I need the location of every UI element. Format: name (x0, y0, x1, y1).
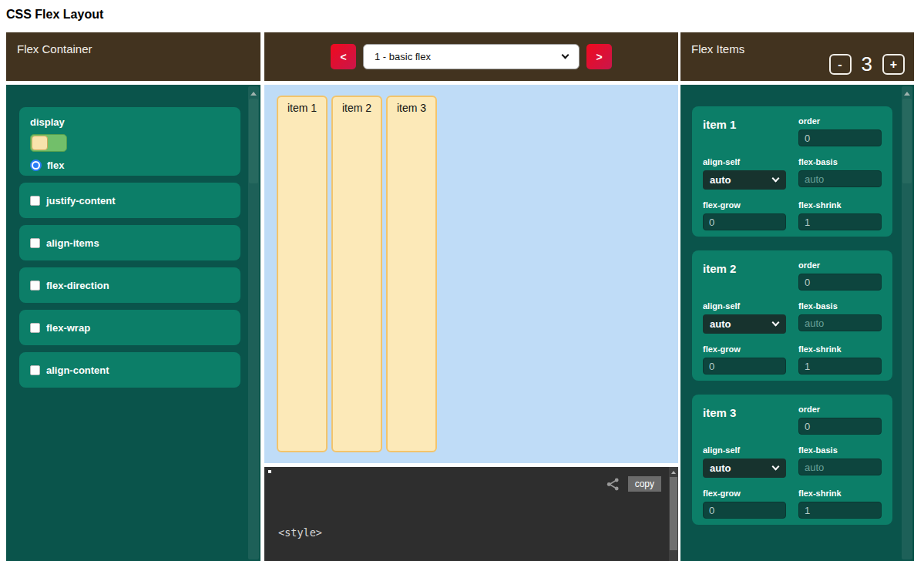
flex-items-panel: Flex Items - 3 + item 1 order align-self (680, 32, 914, 561)
flex-item-card: item 3 order align-self auto flex-basis (692, 395, 892, 525)
flex-radio-button[interactable] (30, 160, 42, 171)
flex-shrink-input[interactable] (798, 502, 882, 519)
flex-wrap-checkbox[interactable] (30, 323, 40, 333)
flex-preview-canvas: item 1 item 2 item 3 (264, 85, 678, 463)
copy-code-button[interactable]: copy (628, 476, 661, 492)
scroll-up-icon[interactable] (669, 469, 678, 476)
align-self-select[interactable]: auto (703, 459, 786, 478)
order-input[interactable] (798, 274, 882, 291)
flex-item-card: item 1 order align-self auto flex-basis (692, 106, 892, 237)
flex-basis-input[interactable] (798, 314, 882, 331)
chevron-down-icon (772, 319, 780, 327)
display-property-card: display flex (19, 107, 240, 176)
flex-shrink-label: flex-shrink (798, 489, 882, 498)
flex-shrink-label: flex-shrink (798, 344, 882, 354)
justify-content-label: justify-content (46, 195, 116, 207)
preview-item: item 1 (277, 96, 328, 452)
app-root: CSS Flex Layout Flex Container display f… (0, 0, 924, 561)
code-cursor-dot (268, 470, 271, 473)
display-label: display (30, 116, 230, 128)
flex-direction-card[interactable]: flex-direction (19, 267, 240, 303)
chevron-down-icon (772, 463, 780, 471)
flex-grow-label: flex-grow (703, 489, 786, 498)
flex-shrink-label: flex-shrink (798, 200, 882, 210)
example-select[interactable]: 1 - basic flex (363, 44, 580, 69)
align-content-card[interactable]: align-content (19, 352, 240, 388)
code-line: <style> (278, 526, 397, 540)
align-self-label: align-self (703, 445, 786, 455)
flex-basis-label: flex-basis (798, 445, 882, 455)
align-self-select[interactable]: auto (703, 170, 786, 190)
order-label: order (798, 116, 882, 126)
justify-content-checkbox[interactable] (30, 196, 40, 206)
flex-items-header: Flex Items - 3 + (680, 32, 914, 81)
align-self-select[interactable]: auto (703, 314, 786, 334)
justify-content-card[interactable]: justify-content (19, 183, 240, 218)
flex-basis-input[interactable] (798, 459, 882, 475)
item-card-title: item 2 (703, 260, 786, 291)
align-content-label: align-content (46, 364, 109, 376)
display-toggle-knob (32, 136, 48, 150)
chevron-down-icon (562, 52, 570, 59)
align-self-value: auto (710, 174, 731, 186)
flex-grow-input[interactable] (703, 213, 786, 230)
flex-container-title: Flex Container (17, 42, 92, 55)
flex-grow-label: flex-grow (703, 344, 786, 354)
order-input[interactable] (798, 129, 882, 146)
align-self-label: align-self (703, 301, 786, 311)
code-scrollbar[interactable] (669, 467, 678, 561)
right-panel-scrollbar[interactable] (902, 86, 912, 559)
flex-container-panel: Flex Container display flex justify-cont… (6, 32, 260, 561)
item-count-control: - 3 + (829, 52, 905, 76)
flex-container-body: display flex justify-content align-items (6, 85, 260, 561)
align-content-checkbox[interactable] (30, 365, 40, 375)
prev-example-button[interactable]: < (331, 44, 356, 69)
code-scrollbar-thumb[interactable] (670, 477, 677, 550)
left-panel-scrollbar[interactable] (248, 86, 259, 559)
item-count-value: 3 (862, 52, 872, 76)
flex-basis-input[interactable] (798, 170, 882, 187)
align-self-value: auto (710, 462, 731, 474)
align-items-card[interactable]: align-items (19, 225, 240, 260)
code-output-box: <style> .flex-container { display: flex;… (264, 467, 678, 561)
example-nav-header: < 1 - basic flex > (264, 32, 678, 81)
flex-grow-label: flex-grow (703, 200, 786, 210)
flex-radio-label: flex (47, 160, 64, 171)
chevron-down-icon (772, 175, 780, 183)
preview-item: item 3 (386, 96, 437, 452)
flex-grow-input[interactable] (703, 358, 786, 375)
flex-direction-checkbox[interactable] (30, 280, 40, 291)
share-icon[interactable] (606, 478, 620, 491)
flex-direction-label: flex-direction (46, 280, 109, 291)
flex-item-card: item 2 order align-self auto flex-basis (692, 250, 892, 381)
display-flex-radio-row[interactable]: flex (30, 160, 230, 171)
flex-wrap-card[interactable]: flex-wrap (19, 310, 240, 345)
left-scrollbar-thumb[interactable] (249, 99, 258, 183)
order-input[interactable] (798, 418, 882, 435)
item-card-title: item 1 (703, 116, 786, 146)
increment-items-button[interactable]: + (882, 54, 905, 75)
scroll-up-icon[interactable] (902, 89, 912, 98)
flex-shrink-input[interactable] (798, 213, 882, 230)
preview-panel: < 1 - basic flex > item 1 item 2 item 3 … (264, 32, 678, 561)
align-self-label: align-self (703, 157, 786, 166)
decrement-items-button[interactable]: - (829, 54, 852, 75)
scroll-up-icon[interactable] (248, 89, 259, 98)
flex-container-header: Flex Container (6, 32, 260, 81)
order-label: order (798, 260, 882, 270)
align-items-checkbox[interactable] (30, 238, 40, 248)
flex-items-body: item 1 order align-self auto flex-basis (680, 85, 914, 561)
order-label: order (798, 405, 882, 414)
right-scrollbar-thumb[interactable] (902, 99, 912, 183)
flex-basis-label: flex-basis (798, 301, 882, 311)
next-example-button[interactable]: > (586, 44, 612, 69)
align-self-value: auto (710, 318, 731, 330)
preview-item: item 2 (331, 96, 382, 452)
flex-wrap-label: flex-wrap (46, 322, 90, 334)
display-toggle[interactable] (30, 134, 67, 152)
code-lines: <style> .flex-container { display: flex; (278, 496, 397, 561)
flex-grow-input[interactable] (703, 502, 786, 519)
flex-shrink-input[interactable] (798, 358, 882, 375)
example-select-value: 1 - basic flex (375, 51, 431, 62)
align-items-label: align-items (46, 237, 99, 249)
